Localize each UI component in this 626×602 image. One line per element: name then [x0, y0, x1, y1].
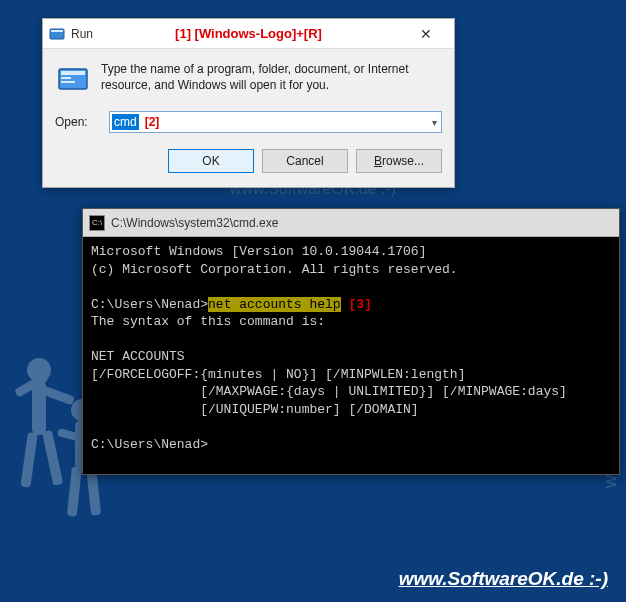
svg-rect-3: [39, 385, 75, 405]
svg-rect-16: [61, 77, 71, 79]
cmd-line: Microsoft Windows [Version 10.0.19044.17…: [91, 244, 426, 259]
cmd-titlebar[interactable]: C:\ C:\Windows\system32\cmd.exe: [83, 209, 619, 237]
run-titlebar[interactable]: Run [1] [Windows-Logo]+[R] ✕: [43, 19, 454, 49]
cmd-app-icon: C:\: [89, 215, 105, 231]
cmd-output[interactable]: Microsoft Windows [Version 10.0.19044.17…: [83, 237, 619, 474]
svg-rect-1: [32, 380, 46, 435]
cmd-title: C:\Windows\system32\cmd.exe: [111, 216, 278, 230]
svg-rect-2: [14, 373, 49, 398]
run-app-icon: [49, 26, 65, 42]
annotation-1: [1] [Windows-Logo]+[R]: [175, 26, 322, 41]
cmd-line: (c) Microsoft Corporation. All rights re…: [91, 262, 458, 277]
run-description: Type the name of a program, folder, docu…: [101, 61, 442, 93]
open-value: cmd: [112, 114, 139, 130]
open-label: Open:: [55, 115, 99, 129]
annotation-3: [3]: [341, 297, 372, 312]
svg-rect-13: [51, 30, 63, 32]
cmd-line: [/FORCELOGOFF:{minutes | NO}] [/MINPWLEN…: [91, 367, 465, 382]
close-button[interactable]: ✕: [406, 20, 446, 48]
cmd-window: C:\ C:\Windows\system32\cmd.exe Microsof…: [82, 208, 620, 475]
svg-rect-4: [20, 432, 38, 488]
run-program-icon: [55, 61, 91, 97]
cmd-prompt: C:\Users\Nenad>: [91, 437, 208, 452]
annotation-2: [2]: [145, 115, 160, 129]
svg-point-0: [27, 358, 51, 382]
cmd-prompt: C:\Users\Nenad>: [91, 297, 208, 312]
cmd-line: The syntax of this command is:: [91, 314, 325, 329]
svg-rect-10: [67, 466, 82, 517]
run-title: Run: [71, 27, 93, 41]
cmd-entered-command: net accounts help: [208, 297, 341, 312]
open-combobox[interactable]: cmd [2] ▾: [109, 111, 442, 133]
cmd-line: [/UNIQUEPW:number] [/DOMAIN]: [91, 402, 419, 417]
svg-rect-17: [61, 81, 75, 83]
run-body: Type the name of a program, folder, docu…: [43, 49, 454, 187]
cmd-line: NET ACCOUNTS: [91, 349, 185, 364]
svg-rect-5: [42, 430, 63, 486]
run-dialog: Run [1] [Windows-Logo]+[R] ✕ Type the na…: [42, 18, 455, 188]
browse-button[interactable]: Browse...: [356, 149, 442, 173]
cmd-line: [/MAXPWAGE:{days | UNLIMITED}] [/MINPWAG…: [91, 384, 567, 399]
chevron-down-icon[interactable]: ▾: [432, 117, 437, 128]
svg-rect-15: [61, 71, 85, 75]
ok-button[interactable]: OK: [168, 149, 254, 173]
footer-link[interactable]: www.SoftwareOK.de :-): [399, 568, 608, 590]
cancel-button[interactable]: Cancel: [262, 149, 348, 173]
